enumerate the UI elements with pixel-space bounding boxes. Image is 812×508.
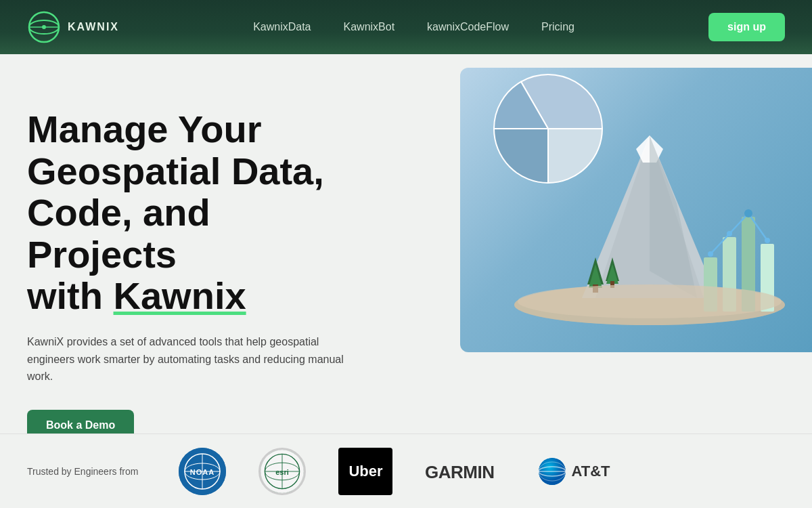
svg-point-21 <box>708 251 713 257</box>
logo[interactable]: KAWNIX <box>27 10 119 44</box>
hero-section: Manage Your Geospatial Data, Code, and P… <box>0 54 812 433</box>
nav-links: KawnixData KawnixBot kawnixCodeFlow Pric… <box>253 21 574 33</box>
uber-text: Uber <box>348 463 382 480</box>
svg-point-23 <box>744 209 752 217</box>
logo-text: KAWNIX <box>68 21 119 33</box>
att-sphere-icon <box>539 458 566 485</box>
svg-text:esri: esri <box>276 467 290 475</box>
trusted-label: Trusted by Engineers from <box>27 466 138 477</box>
hero-text: Manage Your Geospatial Data, Code, and P… <box>27 95 365 433</box>
nav-kawnixbot[interactable]: KawnixBot <box>344 21 395 33</box>
nav-codeflow[interactable]: kawnixCodeFlow <box>427 21 509 33</box>
signup-button[interactable]: sign up <box>708 13 785 41</box>
logo-esri: esri <box>258 448 306 495</box>
logo-garmin: GARMIN <box>425 458 506 485</box>
logo-noaa: NOAA <box>179 448 226 495</box>
hero-image <box>460 68 812 352</box>
svg-text:GARMIN: GARMIN <box>425 462 494 482</box>
svg-point-25 <box>518 284 782 318</box>
svg-marker-10 <box>650 135 697 298</box>
trusted-logos: NOAA esri Uber GARMIN <box>179 448 785 495</box>
trusted-section: Trusted by Engineers from NOAA <box>0 433 812 508</box>
hero-subtitle: KawniX provides a set of advanced tools … <box>27 333 352 385</box>
svg-text:NOAA: NOAA <box>190 468 215 476</box>
demo-button[interactable]: Book a Demo <box>27 410 134 433</box>
svg-point-22 <box>727 231 732 236</box>
navbar: KAWNIX KawnixData KawnixBot kawnixCodeFl… <box>0 0 812 54</box>
hero-illustration <box>460 68 812 352</box>
hero-title: Manage Your Geospatial Data, Code, and P… <box>27 108 365 317</box>
logo-uber: Uber <box>338 448 392 495</box>
att-label: AT&T <box>571 463 610 480</box>
nav-kawnixdata[interactable]: KawnixData <box>253 21 311 33</box>
nav-pricing[interactable]: Pricing <box>541 21 574 33</box>
kawnix-logo-icon <box>27 10 61 44</box>
svg-point-3 <box>42 25 46 29</box>
svg-point-24 <box>765 238 770 243</box>
logo-att: AT&T <box>539 458 610 485</box>
